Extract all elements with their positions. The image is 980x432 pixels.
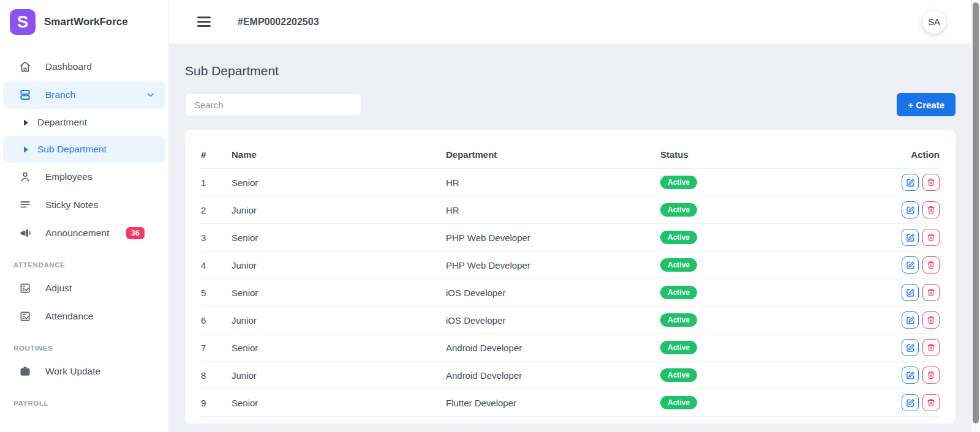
sidebar-item-label: Branch [45,89,75,100]
delete-button[interactable] [922,311,940,329]
main-area: #EMP0002202503 SA Sub Department + Creat… [169,0,980,432]
table-row: 3SeniorPHP Web DeveloperActive [201,224,940,251]
row-name: Senior [232,224,446,251]
edit-pencil-icon [906,178,915,187]
status-badge: Active [660,286,697,299]
avatar[interactable]: SA [922,10,946,34]
sidebar-item-announcement[interactable]: Announcement36 [0,219,168,247]
sidebar-section-routines: ROUTINES [0,330,168,357]
person-icon [18,170,32,184]
edit-button[interactable] [902,284,919,301]
delete-button[interactable] [922,339,940,356]
trash-icon [927,371,935,379]
topbar: #EMP0002202503 SA [169,0,980,44]
edit-pencil-icon [906,288,915,297]
sidebar-item-work-update[interactable]: Work Update [0,357,168,385]
sidebar-item-adjust[interactable]: Adjust [0,274,168,302]
row-actions [875,251,940,279]
header-num: # [201,142,232,169]
trash-icon [927,316,935,324]
row-department: Android Developer [446,362,660,389]
sidebar-item-attendance[interactable]: Attendance [0,302,168,330]
row-actions [875,362,940,389]
sidebar-item-sub-department[interactable]: Sub Department [3,136,165,163]
announcement-count-badge: 36 [126,227,144,239]
delete-button[interactable] [922,201,940,218]
delete-button[interactable] [922,229,940,246]
status-badge: Active [660,203,697,217]
table-row: 6JunioriOS DeveloperActive [201,307,940,334]
controls-row: + Create [185,93,956,116]
row-actions [875,279,940,307]
edit-button[interactable] [902,256,919,274]
brand-logo-icon: S [10,9,36,35]
status-badge: Active [660,231,697,244]
header-action: Action [875,142,940,169]
row-department: iOS Developer [446,307,660,334]
status-badge: Active [660,341,697,354]
delete-button[interactable] [922,174,940,191]
edit-button[interactable] [902,339,919,356]
row-status: Active [660,224,875,251]
vertical-scrollbar[interactable] [971,0,980,432]
row-department: HR [446,169,660,196]
chevron-down-icon [146,91,155,99]
row-actions [875,224,940,251]
edit-button[interactable] [902,311,919,329]
sidebar-item-label: Department [37,117,87,128]
edit-button[interactable] [902,394,919,411]
sticky-notes-icon [18,198,32,212]
edit-button[interactable] [902,174,919,191]
row-name: Junior [232,362,446,389]
edit-pencil-icon [906,261,915,270]
sidebar-item-label: Work Update [45,366,100,377]
row-actions [875,334,940,362]
row-number: 8 [201,362,232,389]
trash-icon [927,178,935,187]
row-status: Active [660,251,875,279]
clipboard-check-icon [18,310,32,323]
sidebar-item-employees[interactable]: Employees [0,163,168,191]
delete-button[interactable] [922,256,940,274]
sidebar-item-department[interactable]: Department [0,109,168,136]
table-row: 2JuniorHRActive [201,196,940,224]
edit-button[interactable] [902,201,919,218]
trash-icon [927,398,935,407]
header-name: Name [232,142,446,169]
sidebar-item-label: Sticky Notes [45,199,98,210]
caret-right-icon [23,119,29,126]
sidebar-item-branch[interactable]: Branch [3,81,165,109]
edit-pencil-icon [906,316,915,325]
trash-icon [927,288,935,297]
search-input[interactable] [185,93,361,116]
scrollbar-thumb[interactable] [973,2,979,423]
row-actions [875,196,940,224]
create-button[interactable]: + Create [897,93,956,116]
edit-pencil-icon [906,371,915,380]
row-number: 5 [201,279,232,307]
trash-icon [927,233,935,242]
sidebar-item-label: Employees [45,171,92,182]
delete-button[interactable] [922,367,940,384]
sidebar-section-attendance: ATTENDANCE [0,247,168,274]
page-title: Sub Department [185,64,956,78]
status-badge: Active [660,368,697,382]
sidebar-item-label: Dashboard [45,61,92,72]
row-actions [875,389,940,417]
sidebar-section-payroll: PAYROLL [0,385,168,412]
row-number: 2 [201,196,232,224]
row-status: Active [660,169,875,196]
hamburger-menu-icon[interactable] [197,17,211,27]
sidebar-item-sticky-notes[interactable]: Sticky Notes [0,191,168,219]
clipboard-check-icon [18,281,32,295]
delete-button[interactable] [922,394,940,411]
row-number: 1 [201,169,232,196]
row-status: Active [660,389,875,417]
brand-name: SmartWorkForce [44,16,128,28]
edit-button[interactable] [902,367,919,384]
sidebar-item-dashboard[interactable]: Dashboard [0,53,168,81]
delete-button[interactable] [922,284,940,301]
row-name: Senior [232,169,446,196]
row-name: Junior [232,196,446,224]
edit-button[interactable] [902,229,919,246]
